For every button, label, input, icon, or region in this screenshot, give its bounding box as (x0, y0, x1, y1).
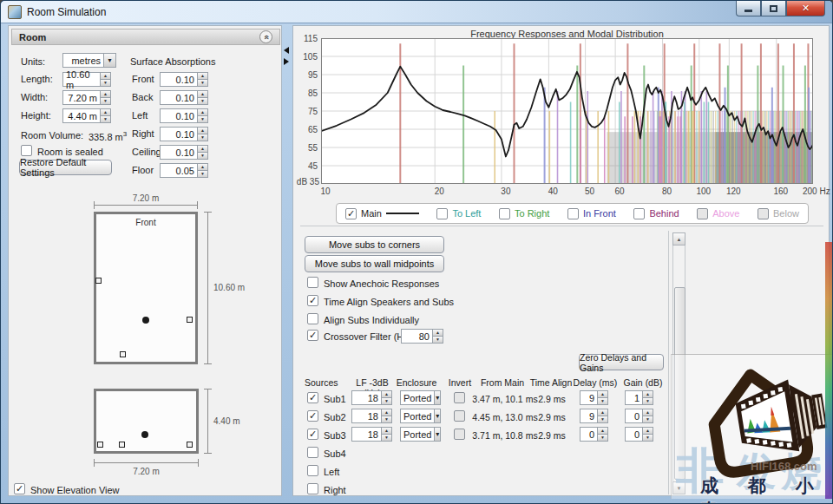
lf-cutoff-spinner-value[interactable]: 18 (351, 427, 382, 442)
scrollbar-thumb[interactable] (674, 287, 685, 480)
legend-checkbox[interactable] (567, 208, 579, 219)
legend-checkbox[interactable]: ✓ (345, 208, 357, 219)
spinner-down-button[interactable]: ▼ (198, 80, 208, 87)
subwoofer-marker[interactable] (187, 442, 193, 448)
legend-item-to-left[interactable]: To Left (436, 208, 481, 219)
spinner-down-button[interactable]: ▼ (643, 435, 653, 442)
source-enable-checkbox[interactable]: ✓ (307, 429, 318, 440)
absorption-spinner[interactable]: 0.10▲▼ (160, 108, 208, 123)
spinner-up-button[interactable]: ▲ (382, 427, 392, 435)
spinner-down-button[interactable]: ▼ (101, 80, 111, 87)
absorption-spinner-value[interactable]: 0.05 (160, 163, 198, 178)
delay-spinner-value[interactable]: 9 (580, 409, 598, 423)
absorption-spinner-value[interactable]: 0.10 (160, 108, 198, 123)
absorption-spinner-value[interactable]: 0.10 (160, 90, 198, 105)
room-dim-spinner[interactable]: 7.20 m▲▼ (62, 90, 111, 105)
room-dim-spinner[interactable]: 4.40 m▲▼ (62, 108, 111, 123)
legend-checkbox[interactable] (436, 208, 448, 219)
spinner-down-button[interactable]: ▼ (382, 435, 392, 442)
enclosure-combobox[interactable]: Ported▾ (400, 427, 441, 442)
subwoofer-marker[interactable] (119, 442, 125, 448)
spinner-down-button[interactable]: ▼ (433, 337, 443, 344)
spinner-up-button[interactable]: ▲ (382, 409, 392, 416)
legend-item-below[interactable]: Below (758, 208, 799, 219)
scrollbar-down-button[interactable]: ▼ (672, 481, 685, 494)
lf-cutoff-spinner-value[interactable]: 18 (351, 390, 382, 405)
spinner-up-button[interactable]: ▲ (198, 127, 208, 134)
spinner-up-button[interactable]: ▲ (598, 409, 608, 416)
spinner-down-button[interactable]: ▼ (643, 416, 653, 423)
invert-checkbox[interactable] (454, 429, 465, 440)
spinner-up-button[interactable]: ▲ (198, 108, 208, 116)
enclosure-combobox[interactable]: Ported▾ (400, 409, 441, 423)
source-enable-checkbox[interactable]: ✓ (307, 392, 318, 403)
spinner-up-button[interactable]: ▲ (198, 145, 208, 153)
spinner-up-button[interactable]: ▲ (101, 72, 111, 80)
enclosure-combobox-value[interactable]: Ported (400, 427, 435, 442)
spinner-up-button[interactable]: ▲ (382, 390, 392, 398)
spinner-down-button[interactable]: ▼ (198, 171, 208, 178)
absorption-spinner-value[interactable]: 0.10 (160, 127, 198, 141)
units-combobox[interactable]: metres ▾ (62, 53, 116, 68)
legend-item-above[interactable]: Above (697, 208, 739, 219)
control-checkbox[interactable] (307, 277, 318, 288)
splitter-collapse-left-icon[interactable] (284, 47, 289, 54)
show-elevation-checkbox[interactable]: ✓ (14, 483, 25, 494)
spinner-up-button[interactable]: ▲ (598, 390, 608, 398)
listener-marker[interactable] (142, 317, 149, 324)
crossover-filter-spinner[interactable]: 80 ▲ ▼ (401, 329, 443, 344)
gain-spinner-value[interactable]: 0 (625, 427, 643, 442)
zero-delays-gains-button[interactable]: Zero Delays and Gains (579, 354, 664, 370)
spinner-up-button[interactable]: ▲ (643, 390, 653, 398)
absorption-spinner[interactable]: 0.10▲▼ (160, 127, 208, 141)
units-dropdown-button[interactable]: ▾ (104, 53, 116, 68)
spinner-down-button[interactable]: ▼ (198, 134, 208, 141)
maximize-button[interactable] (761, 1, 786, 16)
absorption-spinner[interactable]: 0.05▲▼ (160, 163, 208, 178)
crossover-filter-value[interactable]: 80 (401, 329, 433, 344)
spinner-down-button[interactable]: ▼ (198, 153, 208, 160)
close-button[interactable]: ✕ (786, 1, 825, 16)
frequency-response-chart[interactable] (321, 38, 813, 184)
crossover-filter-checkbox[interactable]: ✓ (307, 330, 318, 341)
legend-checkbox[interactable] (633, 208, 645, 219)
legend-item-behind[interactable]: Behind (633, 208, 679, 219)
spinner-up-button[interactable]: ▲ (643, 427, 653, 435)
lf-cutoff-spinner[interactable]: 18▲▼ (351, 427, 392, 442)
source-enable-checkbox[interactable] (307, 483, 318, 494)
lf-cutoff-spinner-value[interactable]: 18 (351, 409, 382, 423)
title-bar[interactable]: Room Simulation ✕ (1, 1, 833, 23)
control-checkbox[interactable] (307, 313, 318, 324)
room-dim-spinner-value[interactable]: 4.40 m (62, 108, 101, 123)
absorption-spinner[interactable]: 0.10▲▼ (160, 145, 208, 160)
room-dim-spinner[interactable]: 10.60 m▲▼ (62, 72, 111, 87)
enclosure-combobox[interactable]: Ported▾ (400, 390, 441, 405)
gain-spinner[interactable]: 0▲▼ (625, 409, 653, 423)
spinner-up-button[interactable]: ▲ (198, 72, 208, 80)
delay-spinner-value[interactable]: 9 (580, 390, 598, 405)
enclosure-combobox-dropdown-button[interactable]: ▾ (435, 427, 441, 442)
spinner-down-button[interactable]: ▼ (382, 416, 392, 423)
spinner-up-button[interactable]: ▲ (198, 163, 208, 171)
delay-spinner[interactable]: 0▲▼ (580, 427, 608, 442)
legend-checkbox[interactable] (697, 208, 708, 219)
move-subs-midpoints-button[interactable]: Move subs to wall midpoints (305, 255, 444, 272)
minimize-button[interactable] (736, 1, 761, 16)
legend-item-to-right[interactable]: To Right (499, 208, 549, 219)
enclosure-combobox-value[interactable]: Ported (400, 390, 435, 405)
gain-spinner[interactable]: 0▲▼ (625, 427, 653, 442)
collapse-panel-button[interactable]: « (259, 30, 272, 43)
move-subs-corners-button[interactable]: Move subs to corners (305, 236, 444, 253)
source-enable-checkbox[interactable] (307, 465, 318, 476)
spinner-down-button[interactable]: ▼ (598, 435, 608, 442)
spinner-up-button[interactable]: ▲ (101, 108, 111, 116)
enclosure-combobox-dropdown-button[interactable]: ▾ (435, 409, 441, 423)
spinner-down-button[interactable]: ▼ (101, 98, 111, 105)
legend-checkbox[interactable] (758, 208, 769, 219)
room-top-view[interactable]: Front (94, 212, 198, 364)
spinner-up-button[interactable]: ▲ (198, 90, 208, 98)
spinner-down-button[interactable]: ▼ (598, 416, 608, 423)
absorption-spinner[interactable]: 0.10▲▼ (160, 90, 208, 105)
subwoofer-marker[interactable] (187, 317, 193, 323)
spinner-down-button[interactable]: ▼ (598, 398, 608, 405)
